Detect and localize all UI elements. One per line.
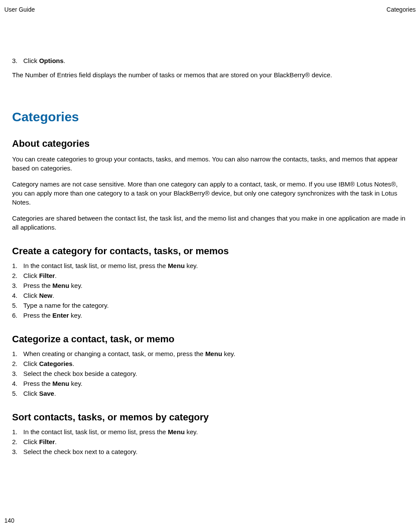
subheading-about: About categories [12, 138, 408, 149]
list-item: 3.Select the check box next to a categor… [12, 447, 408, 456]
top-paragraph: The Number of Entries field displays the… [12, 70, 408, 79]
list-item: 5.Click Save. [12, 389, 408, 398]
sort-steps: 1.In the contact list, task list, or mem… [12, 427, 408, 456]
about-p2: Category names are not case sensitive. M… [12, 180, 408, 207]
create-steps: 1.In the contact list, task list, or mem… [12, 261, 408, 320]
header-right: Categories [386, 6, 416, 13]
section-heading-categories: Categories [12, 110, 408, 124]
page-number: 140 [4, 517, 14, 524]
step-text: Click Options. [23, 56, 408, 65]
top-step: 3. Click Options. [12, 56, 408, 65]
list-item: 1.In the contact list, task list, or mem… [12, 427, 408, 436]
list-item: 1.When creating or changing a contact, t… [12, 349, 408, 358]
list-item: 5.Type a name for the category. [12, 301, 408, 310]
list-item: 3.Select the check box beside a category… [12, 369, 408, 378]
list-item: 2.Click Categories. [12, 359, 408, 368]
list-item: 3.Press the Menu key. [12, 281, 408, 290]
subheading-create: Create a category for contacts, tasks, o… [12, 246, 408, 257]
list-item: 2.Click Filter. [12, 271, 408, 280]
list-item: 1.In the contact list, task list, or mem… [12, 261, 408, 270]
list-item: 2.Click Filter. [12, 437, 408, 446]
list-item: 4.Press the Menu key. [12, 379, 408, 388]
list-item: 4.Click New. [12, 291, 408, 300]
subheading-sort: Sort contacts, tasks, or memos by catego… [12, 412, 408, 423]
list-item: 6.Press the Enter key. [12, 311, 408, 320]
header-left: User Guide [4, 6, 35, 13]
about-p3: Categories are shared between the contac… [12, 214, 408, 232]
step-number: 3. [12, 56, 23, 65]
subheading-categorize: Categorize a contact, task, or memo [12, 334, 408, 345]
categorize-steps: 1.When creating or changing a contact, t… [12, 349, 408, 398]
page-content: 3. Click Options. The Number of Entries … [4, 56, 416, 456]
about-p1: You can create categories to group your … [12, 155, 408, 173]
page-header: User Guide Categories [4, 6, 416, 13]
